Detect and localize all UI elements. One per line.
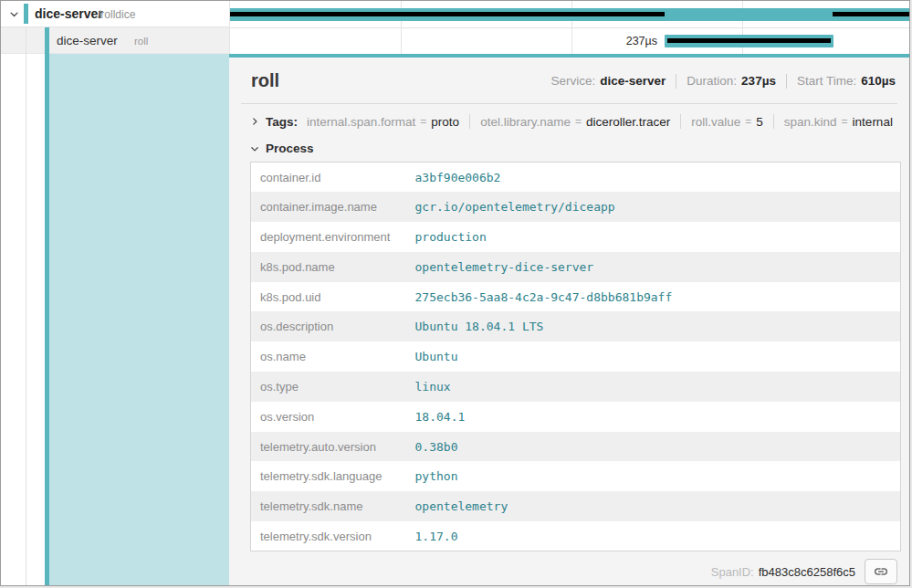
- table-row: container.image.namegcr.io/opentelemetry…: [251, 192, 901, 222]
- process-key: os.description: [251, 311, 408, 341]
- tag-key: otel.library.name: [480, 115, 571, 129]
- process-value: 275ecb36-5aa8-4c2a-9c47-d8bb681b9aff: [408, 282, 901, 312]
- tag-item: span.kind = internal: [784, 115, 893, 129]
- table-row: telemetry.sdk.nameopentelemetry: [251, 491, 901, 521]
- timeline-row-separator: [230, 27, 910, 28]
- critical-path-overlay: [833, 12, 910, 16]
- span-bar-rolldice[interactable]: [230, 8, 910, 21]
- table-row: deployment.environmentproduction: [251, 222, 901, 252]
- tag-item: roll.value = 5: [691, 115, 763, 129]
- tag-equals: =: [842, 115, 848, 128]
- link-icon: [874, 564, 888, 579]
- process-value: Ubuntu 18.04.1 LTS: [408, 311, 901, 341]
- process-key: k8s.pod.name: [251, 252, 408, 282]
- tags-heading: Tags:: [266, 115, 298, 129]
- start-time-value: 610µs: [861, 74, 896, 88]
- process-heading: Process: [266, 142, 314, 155]
- process-value: python: [408, 461, 901, 491]
- process-key: container.id: [251, 163, 408, 193]
- span-color-accent: [24, 4, 28, 24]
- process-key: k8s.pod.uid: [251, 282, 408, 312]
- deep-link-button[interactable]: [865, 559, 897, 584]
- meta-divider: [676, 74, 676, 89]
- table-row: os.version18.04.1: [251, 402, 901, 432]
- tags-section-toggle[interactable]: Tags: internal.span.format = proto otel.…: [241, 104, 897, 137]
- tag-value: 5: [756, 115, 763, 129]
- span-duration-label: 237µs: [230, 35, 657, 47]
- chevron-down-icon: [250, 144, 259, 153]
- process-key: telemetry.auto.version: [251, 432, 408, 462]
- process-value: linux: [408, 372, 901, 402]
- duration-value: 237µs: [741, 74, 776, 88]
- start-time-label: Start Time:: [797, 74, 856, 88]
- process-key: telemetry.sdk.language: [251, 461, 408, 491]
- table-row: container.ida3bf90e006b2: [251, 163, 901, 193]
- selected-span-highlight-fill: [49, 54, 229, 585]
- process-value: a3bf90e006b2: [408, 163, 901, 193]
- tag-key: span.kind: [784, 115, 837, 129]
- tag-divider: [773, 114, 774, 129]
- span-meta: Service: dice-server Duration: 237µs Sta…: [550, 74, 896, 89]
- tag-equals: =: [575, 115, 582, 128]
- span-title: roll: [251, 70, 279, 91]
- process-key: telemetry.sdk.version: [251, 521, 408, 551]
- span-service-name: dice-server: [35, 6, 103, 21]
- span-detail-header: roll Service: dice-server Duration: 237µ…: [241, 58, 897, 104]
- process-value: opentelemetry-dice-server: [408, 252, 901, 282]
- spanid-value: fb483c8c6258f6c5: [759, 565, 855, 579]
- process-key: os.version: [251, 402, 408, 432]
- process-value: 1.17.0: [408, 521, 901, 551]
- tag-equals: =: [420, 115, 426, 128]
- span-tree: dice-server /rolldice dice-server roll: [1, 1, 229, 585]
- process-key: container.image.name: [251, 192, 408, 222]
- span-detail-panel: roll Service: dice-server Duration: 237µ…: [229, 54, 909, 585]
- table-row: telemetry.sdk.languagepython: [251, 461, 901, 491]
- tag-key: internal.span.format: [307, 115, 415, 129]
- chevron-right-icon: [250, 117, 259, 126]
- process-value: Ubuntu: [408, 341, 901, 372]
- table-row: os.typelinux: [251, 372, 901, 402]
- span-operation-name: /rolldice: [98, 8, 135, 21]
- tag-divider: [680, 114, 681, 129]
- meta-divider: [786, 74, 787, 89]
- process-value: production: [408, 222, 901, 252]
- process-value: 0.38b0: [408, 432, 901, 462]
- tag-value: diceroller.tracer: [586, 115, 670, 129]
- span-operation-name: roll: [134, 36, 148, 47]
- tag-item: internal.span.format = proto: [307, 115, 459, 129]
- process-key-value-table: container.ida3bf90e006b2 container.image…: [250, 162, 901, 551]
- process-value: opentelemetry: [408, 491, 901, 521]
- table-row: os.descriptionUbuntu 18.04.1 LTS: [251, 311, 901, 341]
- process-key: deployment.environment: [251, 222, 408, 252]
- table-row: k8s.pod.uid275ecb36-5aa8-4c2a-9c47-d8bb6…: [251, 282, 901, 312]
- tag-value: internal: [853, 115, 893, 129]
- table-row: telemetry.sdk.version1.17.0: [251, 521, 901, 551]
- process-value: 18.04.1: [408, 402, 901, 432]
- process-key: telemetry.sdk.name: [251, 491, 408, 521]
- table-row: os.nameUbuntu: [251, 341, 901, 372]
- span-row-roll-selected[interactable]: dice-server roll: [1, 27, 229, 54]
- critical-path-overlay: [230, 12, 665, 16]
- tree-indent-guide: [26, 27, 26, 585]
- span-row-rolldice[interactable]: dice-server /rolldice: [1, 1, 229, 27]
- trace-detail-window: dice-server /rolldice dice-server roll 2…: [0, 0, 910, 586]
- timeline: 237µs: [229, 1, 910, 54]
- tag-equals: =: [745, 115, 751, 128]
- critical-path-overlay: [667, 38, 831, 43]
- span-bar-roll[interactable]: [665, 35, 833, 47]
- service-value: dice-server: [600, 74, 666, 88]
- tag-divider: [469, 114, 470, 129]
- tag-value: proto: [431, 115, 459, 129]
- chevron-down-icon[interactable]: [7, 7, 20, 20]
- tag-item: otel.library.name = diceroller.tracer: [480, 115, 670, 129]
- tag-key: roll.value: [691, 115, 740, 129]
- service-label: Service:: [550, 74, 595, 88]
- span-detail-footer: SpanID: fb483c8c6258f6c5: [241, 551, 897, 584]
- process-section-toggle[interactable]: Process: [241, 137, 897, 162]
- process-key: os.type: [251, 372, 408, 402]
- spanid-label: SpanID:: [711, 565, 754, 579]
- process-key: os.name: [251, 341, 408, 372]
- process-value: gcr.io/opentelemetry/diceapp: [408, 192, 901, 222]
- table-row: telemetry.auto.version0.38b0: [251, 432, 901, 462]
- duration-label: Duration:: [687, 74, 737, 88]
